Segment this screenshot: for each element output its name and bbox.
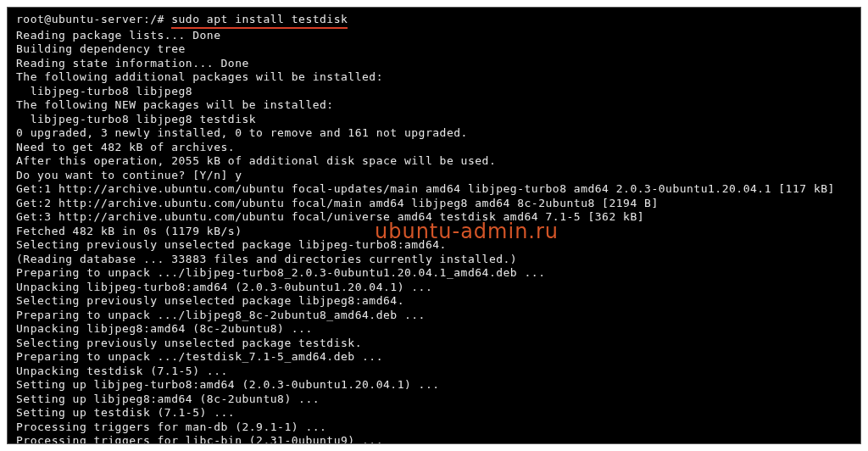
output-line: Fetched 482 kB in 0s (1179 kB/s) (16, 225, 852, 239)
entered-command: sudo apt install testdisk (171, 13, 348, 29)
output-line: Do you want to continue? [Y/n] y (16, 169, 852, 183)
output-line: (Reading database ... 33883 files and di… (16, 253, 852, 267)
output-line: Get:2 http://archive.ubuntu.com/ubuntu f… (16, 197, 852, 211)
output-line: Selecting previously unselected package … (16, 294, 852, 309)
output-line: Preparing to unpack .../libjpeg8_8c-2ubu… (16, 309, 852, 323)
output-line: Get:1 http://archive.ubuntu.com/ubuntu f… (16, 182, 852, 197)
output-line: The following additional packages will b… (16, 70, 852, 85)
terminal-output: Reading package lists... DoneBuilding de… (16, 29, 852, 445)
output-line: Unpacking testdisk (7.1-5) ... (16, 365, 852, 379)
output-line: Preparing to unpack .../testdisk_7.1-5_a… (16, 350, 852, 365)
prompt-line-1: root@ubuntu-server:/# sudo apt install t… (16, 13, 852, 29)
output-line: Unpacking libjpeg8:amd64 (8c-2ubuntu8) .… (16, 322, 852, 337)
output-line: Reading state information... Done (16, 57, 852, 71)
output-line: Reading package lists... Done (16, 29, 852, 43)
output-line: Setting up libjpeg8:amd64 (8c-2ubuntu8) … (16, 393, 852, 407)
output-line: Preparing to unpack .../libjpeg-turbo8_2… (16, 266, 852, 281)
output-line: Building dependency tree (16, 42, 852, 57)
output-line: Unpacking libjpeg-turbo8:amd64 (2.0.3-0u… (16, 281, 852, 295)
output-line: Selecting previously unselected package … (16, 337, 852, 351)
output-line: Setting up libjpeg-turbo8:amd64 (2.0.3-0… (16, 378, 852, 393)
terminal-window[interactable]: root@ubuntu-server:/# sudo apt install t… (7, 7, 861, 444)
output-line: Setting up testdisk (7.1-5) ... (16, 406, 852, 420)
output-line: Need to get 482 kB of archives. (16, 141, 852, 155)
output-line: libjpeg-turbo8 libjpeg8 (16, 85, 852, 99)
output-line: The following NEW packages will be insta… (16, 98, 852, 113)
output-line: Processing triggers for man-db (2.9.1-1)… (16, 420, 852, 435)
output-line: After this operation, 2055 kB of additio… (16, 154, 852, 169)
output-line: libjpeg-turbo8 libjpeg8 testdisk (16, 113, 852, 127)
output-line: Get:3 http://archive.ubuntu.com/ubuntu f… (16, 210, 852, 225)
output-line: Processing triggers for libc-bin (2.31-0… (16, 434, 852, 444)
output-line: 0 upgraded, 3 newly installed, 0 to remo… (16, 126, 852, 141)
output-line: Selecting previously unselected package … (16, 238, 852, 253)
shell-prompt: root@ubuntu-server:/# (16, 13, 171, 27)
